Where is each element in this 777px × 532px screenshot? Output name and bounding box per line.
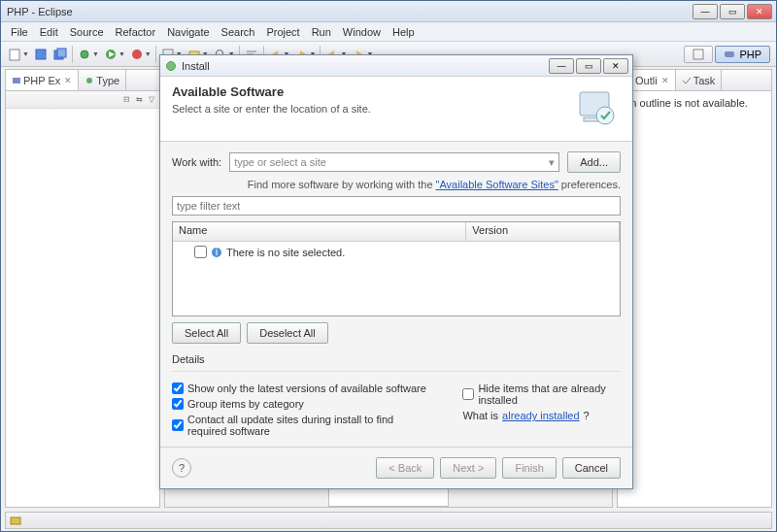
ext-dropdown[interactable]: ▼ [145, 50, 152, 57]
work-with-placeholder: type or select a site [234, 156, 326, 168]
external-tools-icon[interactable] [128, 46, 146, 63]
available-sites-link[interactable]: "Available Software Sites" [436, 179, 558, 190]
close-icon[interactable]: ✕ [64, 76, 72, 85]
new-dropdown[interactable]: ▼ [22, 50, 29, 57]
already-installed-link[interactable]: already installed [502, 410, 580, 421]
help-button[interactable]: ? [172, 458, 191, 478]
svg-point-19 [86, 78, 92, 83]
col-version[interactable]: Version [466, 222, 620, 241]
tab-type-label: Type [96, 75, 119, 86]
col-name[interactable]: Name [173, 222, 466, 241]
work-with-combo[interactable]: type or select a site ▾ [229, 152, 559, 172]
debug-icon[interactable] [76, 46, 93, 63]
hint-prefix: Find more software by working with the [248, 179, 436, 190]
close-icon[interactable]: ✕ [661, 76, 669, 85]
collapse-all-icon[interactable]: ⊟ [120, 94, 132, 106]
menu-project[interactable]: Project [260, 24, 305, 40]
dialog-heading: Available Software [172, 84, 574, 99]
close-button[interactable]: ✕ [747, 4, 772, 19]
php-explorer-icon [12, 76, 21, 85]
save-all-icon[interactable] [51, 46, 69, 63]
cancel-button[interactable]: Cancel [562, 457, 621, 479]
php-perspective-button[interactable]: PHP [715, 46, 770, 63]
svg-rect-17 [725, 51, 734, 57]
window-controls: — ▭ ✕ [693, 4, 772, 19]
minimize-button[interactable]: — [693, 4, 718, 19]
menu-run[interactable]: Run [306, 24, 337, 40]
save-icon[interactable] [32, 46, 50, 63]
finish-button[interactable]: Finish [502, 457, 556, 479]
svg-point-4 [81, 50, 88, 58]
details-box [172, 371, 621, 377]
maximize-button[interactable]: ▭ [720, 4, 745, 19]
details-label: Details [172, 353, 621, 365]
chk-hide[interactable]: Hide items that are already installed [462, 382, 621, 406]
outline-message: An outline is not available. [624, 97, 748, 109]
svg-rect-18 [13, 78, 20, 83]
select-all-button[interactable]: Select All [172, 322, 241, 344]
menu-help[interactable]: Help [387, 24, 421, 40]
info-icon: i [211, 247, 222, 258]
chevron-down-icon[interactable]: ▾ [549, 156, 555, 169]
dialog-minimize-button[interactable]: — [549, 58, 574, 74]
run-icon[interactable] [102, 46, 119, 63]
tab-php-explorer[interactable]: PHP Ex✕ [6, 70, 79, 90]
software-table: Name Version i There is no site selected… [172, 221, 621, 316]
svg-point-7 [132, 50, 142, 59]
right-panel: Outli✕ Task An outline is not available. [617, 69, 772, 508]
statusbar [5, 512, 772, 529]
tab-tasks-label: Task [693, 75, 716, 86]
dialog-close-button[interactable]: ✕ [603, 58, 628, 74]
menu-file[interactable]: File [5, 24, 34, 40]
menu-source[interactable]: Source [64, 24, 110, 40]
chk-contact[interactable]: Contact all update sites during install … [172, 414, 433, 437]
svg-rect-21 [11, 517, 20, 524]
window-title: PHP - Eclipse [5, 6, 693, 17]
menu-refactor[interactable]: Refactor [110, 24, 162, 40]
view-menu-icon[interactable]: ▽ [146, 94, 157, 106]
tab-tasks[interactable]: Task [676, 70, 723, 90]
menu-navigate[interactable]: Navigate [161, 24, 215, 40]
debug-dropdown[interactable]: ▼ [92, 50, 99, 57]
new-icon[interactable] [6, 46, 23, 63]
dialog-maximize-button[interactable]: ▭ [576, 58, 601, 74]
row-checkbox[interactable] [194, 246, 207, 258]
hint-row: Find more software by working with the "… [172, 179, 621, 190]
hint-suffix: preferences. [558, 179, 621, 190]
link-editor-icon[interactable]: ⇆ [133, 94, 145, 106]
dialog-header: Available Software Select a site or ente… [160, 77, 632, 142]
outline-view: An outline is not available. [617, 90, 772, 508]
work-with-label: Work with: [172, 156, 221, 168]
add-site-button[interactable]: Add... [567, 151, 621, 173]
dialog-title: Install [182, 60, 549, 72]
menu-window[interactable]: Window [337, 24, 387, 40]
tab-outline-label: Outli [635, 75, 658, 86]
run-dropdown[interactable]: ▼ [118, 50, 125, 57]
chk-latest[interactable]: Show only the latest versions of availab… [172, 382, 433, 394]
filter-input[interactable] [172, 196, 621, 216]
php-explorer-view: ⊟ ⇆ ▽ [5, 90, 160, 508]
status-icon [10, 515, 21, 526]
type-icon [84, 76, 94, 85]
install-icon [164, 59, 178, 73]
back-button[interactable]: < Back [376, 457, 434, 479]
tab-type-hierarchy[interactable]: Type [79, 70, 126, 90]
next-button[interactable]: Next > [440, 457, 496, 479]
php-perspective-label: PHP [739, 49, 761, 60]
tab-php-explorer-label: PHP Ex [23, 75, 60, 86]
deselect-all-button[interactable]: Deselect All [247, 322, 327, 344]
dialog-footer: ? < Back Next > Finish Cancel [160, 447, 632, 488]
chk-group[interactable]: Group items by category [172, 398, 433, 410]
open-perspective-button[interactable] [684, 46, 713, 63]
menubar: File Edit Source Refactor Navigate Searc… [1, 22, 776, 42]
titlebar: PHP - Eclipse — ▭ ✕ [1, 1, 776, 22]
perspective-switcher: PHP [684, 46, 770, 63]
svg-rect-3 [57, 49, 66, 57]
menu-search[interactable]: Search [216, 24, 261, 40]
svg-point-25 [596, 107, 614, 124]
menu-edit[interactable]: Edit [34, 24, 64, 40]
svg-rect-0 [10, 50, 19, 60]
what-is-row: What is already installed? [462, 410, 621, 421]
no-site-text: There is no site selected. [226, 247, 345, 258]
php-icon [724, 49, 735, 60]
